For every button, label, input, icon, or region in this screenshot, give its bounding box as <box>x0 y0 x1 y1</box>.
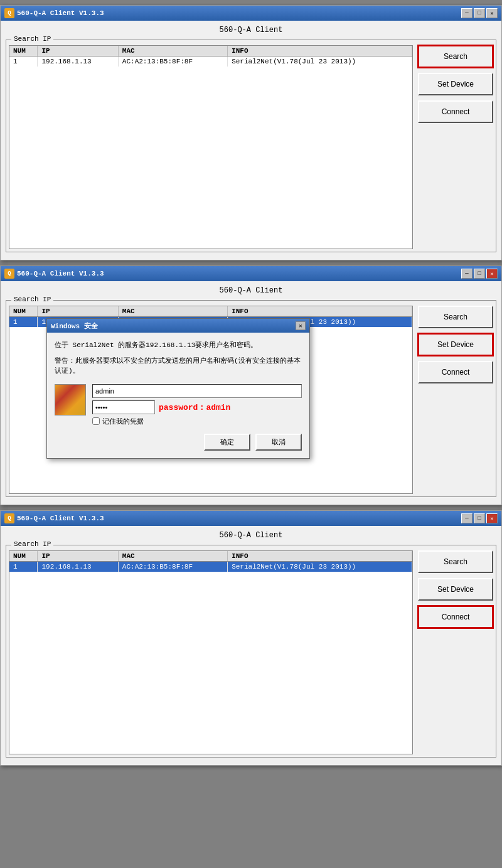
search-ip-group-2: Search IP NUM IP MAC INFO <box>6 300 496 497</box>
col-mac-1: MAC <box>118 46 227 56</box>
window-content-1: 560-Q-A Client Search IP NUM IP MAC INFO <box>1 21 501 260</box>
buttons-panel-2: Search Set Device Connect <box>418 306 493 494</box>
cancel-button[interactable]: 取消 <box>255 434 302 451</box>
dialog-body: 位于 Serial2Net 的服务器192.168.1.13要求用户名和密码。 … <box>47 333 309 458</box>
cell-info: Serial2Net(V1.78(Jul 23 2013)) <box>228 562 412 572</box>
main-layout-1: NUM IP MAC INFO 1 192.168.1.13 AC:A2:13:… <box>9 45 493 249</box>
buttons-panel-3: Search Set Device Connect <box>418 550 493 754</box>
remember-row: 记住我的凭据 <box>92 417 302 426</box>
dialog-close-btn[interactable]: ✕ <box>296 321 306 330</box>
group-label-3: Search IP <box>11 540 53 548</box>
window-title-3: 560-Q-A Client V1.3.3 <box>17 515 104 522</box>
col-info-3: INFO <box>228 551 412 562</box>
search-ip-group-1: Search IP NUM IP MAC INFO <box>6 40 496 252</box>
dialog-avatar <box>55 384 86 415</box>
remember-checkbox[interactable] <box>92 417 100 425</box>
dialog-fields: password：admin 记住我的凭据 <box>92 384 302 426</box>
maximize-btn-3[interactable]: □ <box>474 513 485 523</box>
maximize-btn-1[interactable]: □ <box>474 8 485 18</box>
app-header-2: 560-Q-A Client <box>6 286 496 295</box>
table-row[interactable]: 1 192.168.1.13 AC:A2:13:B5:8F:8F Serial2… <box>9 562 412 572</box>
dialog-warning: 警告：此服务器要求以不安全的方式发送您的用户名和密码(没有安全连接的基本认证)。 <box>55 356 302 377</box>
group-label-2: Search IP <box>11 296 53 303</box>
connect-button-1[interactable]: Connect <box>418 100 493 123</box>
username-input[interactable] <box>92 384 302 398</box>
app-header-3: 560-Q-A Client <box>6 531 496 540</box>
device-table-1: NUM IP MAC INFO 1 192.168.1.13 AC:A2:13:… <box>9 46 412 67</box>
col-mac-3: MAC <box>118 551 227 562</box>
search-ip-group-3: Search IP NUM IP MAC INFO <box>6 545 496 758</box>
table-spacer-1 <box>9 67 412 249</box>
maximize-btn-2[interactable]: □ <box>474 269 485 279</box>
search-button-1[interactable]: Search <box>418 45 493 68</box>
main-layout-2: NUM IP MAC INFO 1 192.168.1.13 AC:A2:13:… <box>9 306 493 494</box>
connect-button-2[interactable]: Connect <box>418 361 493 383</box>
security-dialog: Windows 安全 ✕ 位于 Serial2Net 的服务器192.168.1… <box>46 318 310 459</box>
table-spacer-3 <box>9 572 412 754</box>
dialog-title-bar: Windows 安全 ✕ <box>47 319 309 333</box>
window-2: Q 560-Q-A Client V1.3.3 — □ ✕ 560-Q-A Cl… <box>0 265 502 505</box>
title-bar-left-3: Q 560-Q-A Client V1.3.3 <box>4 513 104 523</box>
col-mac-2: MAC <box>118 306 227 317</box>
col-num-1: NUM <box>9 46 38 56</box>
remember-label: 记住我的凭据 <box>102 417 144 426</box>
minimize-btn-3[interactable]: — <box>461 513 473 523</box>
window-content-2: 560-Q-A Client Search IP NUM IP MAC INFO <box>1 281 501 505</box>
app-icon-2: Q <box>4 269 14 279</box>
buttons-panel-1: Search Set Device Connect <box>418 45 493 249</box>
avatar-image <box>55 385 85 415</box>
cell-mac: AC:A2:13:B5:8F:8F <box>118 56 227 67</box>
window-content-3: 560-Q-A Client Search IP NUM IP MAC INFO <box>1 526 501 765</box>
set-device-button-1[interactable]: Set Device <box>418 73 493 95</box>
set-device-button-2[interactable]: Set Device <box>418 333 493 356</box>
close-btn-2[interactable]: ✕ <box>486 269 498 279</box>
title-bar-left-1: Q 560-Q-A Client V1.3.3 <box>4 8 104 18</box>
password-hint: password：admin <box>159 402 230 413</box>
close-btn-1[interactable]: ✕ <box>486 8 498 18</box>
app-header-1: 560-Q-A Client <box>6 26 496 35</box>
window-3: Q 560-Q-A Client V1.3.3 — □ ✕ 560-Q-A Cl… <box>0 510 502 766</box>
device-table-container-1: NUM IP MAC INFO 1 192.168.1.13 AC:A2:13:… <box>9 45 413 249</box>
col-num-3: NUM <box>9 551 38 562</box>
password-input[interactable] <box>92 400 155 414</box>
app-icon-1: Q <box>4 8 14 18</box>
window-1: Q 560-Q-A Client V1.3.3 — □ ✕ 560-Q-A Cl… <box>0 5 502 260</box>
device-table-container-2: NUM IP MAC INFO 1 192.168.1.13 AC:A2:13:… <box>9 306 413 494</box>
device-table-container-3: NUM IP MAC INFO 1 192.168.1.13 AC:A2:13:… <box>9 550 413 754</box>
close-btn-3[interactable]: ✕ <box>486 513 498 523</box>
confirm-button[interactable]: 确定 <box>204 434 250 451</box>
title-bar-2: Q 560-Q-A Client V1.3.3 — □ ✕ <box>1 266 501 281</box>
minimize-btn-1[interactable]: — <box>461 8 473 18</box>
title-controls-3: — □ ✕ <box>461 513 498 523</box>
search-button-2[interactable]: Search <box>418 306 493 328</box>
col-info-2: INFO <box>228 306 412 317</box>
cell-ip: 192.168.1.13 <box>38 562 118 572</box>
group-label-1: Search IP <box>11 35 53 43</box>
minimize-btn-2[interactable]: — <box>461 269 473 279</box>
dialog-buttons: 确定 取消 <box>55 434 302 451</box>
cell-ip: 192.168.1.13 <box>38 56 118 67</box>
app-icon-3: Q <box>4 513 14 523</box>
window-title-2: 560-Q-A Client V1.3.3 <box>17 270 104 277</box>
device-table-3: NUM IP MAC INFO 1 192.168.1.13 AC:A2:13:… <box>9 551 412 572</box>
title-controls-2: — □ ✕ <box>461 269 498 279</box>
dialog-title: Windows 安全 <box>51 321 98 331</box>
dialog-message: 位于 Serial2Net 的服务器192.168.1.13要求用户名和密码。 <box>55 340 302 351</box>
connect-button-3[interactable]: Connect <box>418 606 493 628</box>
cell-mac: AC:A2:13:B5:8F:8F <box>118 562 227 572</box>
col-ip-3: IP <box>38 551 118 562</box>
col-ip-2: IP <box>38 306 118 317</box>
title-bar-1: Q 560-Q-A Client V1.3.3 — □ ✕ <box>1 6 501 21</box>
set-device-button-3[interactable]: Set Device <box>418 578 493 601</box>
title-controls-1: — □ ✕ <box>461 8 498 18</box>
cell-num: 1 <box>9 317 38 328</box>
col-num-2: NUM <box>9 306 38 317</box>
search-button-3[interactable]: Search <box>418 550 493 573</box>
window-title-1: 560-Q-A Client V1.3.3 <box>17 9 104 17</box>
main-layout-3: NUM IP MAC INFO 1 192.168.1.13 AC:A2:13:… <box>9 550 493 754</box>
title-bar-left-2: Q 560-Q-A Client V1.3.3 <box>4 269 104 279</box>
table-row[interactable]: 1 192.168.1.13 AC:A2:13:B5:8F:8F Serial2… <box>9 56 412 67</box>
title-bar-3: Q 560-Q-A Client V1.3.3 — □ ✕ <box>1 511 501 526</box>
col-ip-1: IP <box>38 46 118 56</box>
col-info-1: INFO <box>228 46 412 56</box>
